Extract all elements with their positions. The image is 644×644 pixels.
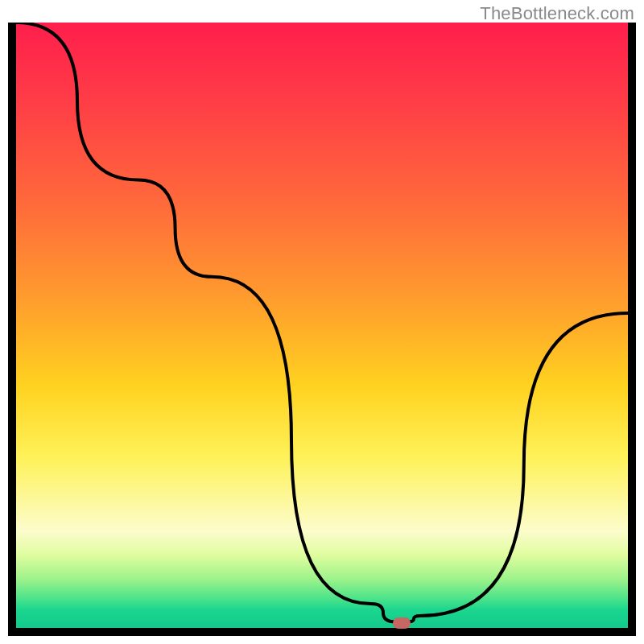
- plot-frame: [8, 23, 636, 636]
- gradient-background: [16, 23, 628, 628]
- chart-container: TheBottleneck.com: [0, 0, 644, 644]
- attribution-label: TheBottleneck.com: [480, 3, 634, 24]
- optimal-point-marker: [393, 617, 411, 629]
